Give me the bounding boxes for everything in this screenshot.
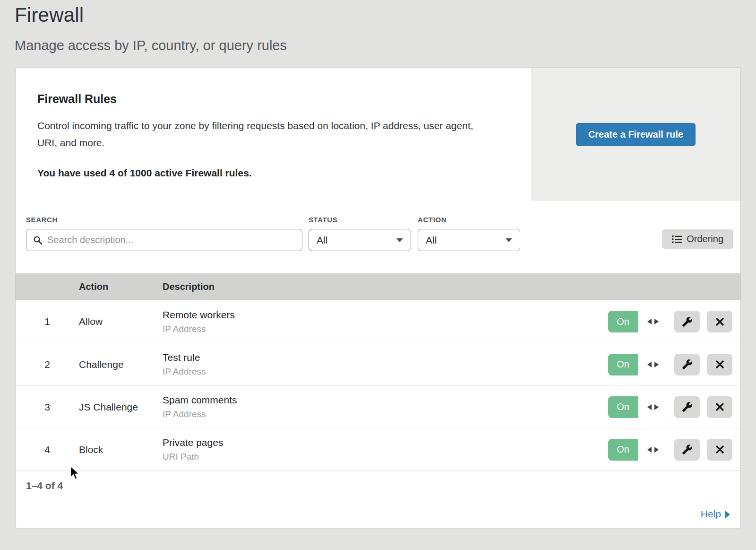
toggle-handle[interactable] (638, 396, 667, 418)
toggle-on-label: On (608, 396, 638, 418)
rule-priority: 2 (16, 359, 79, 370)
table-row: 3 JS Challenge Spam comments IP Address … (16, 385, 740, 428)
toggle-on-label: On (608, 311, 638, 332)
rule-enabled-toggle[interactable]: On (608, 396, 667, 418)
close-icon (715, 445, 725, 454)
status-filter-group: STATUS All (309, 216, 418, 251)
list-icon (672, 235, 682, 244)
delete-rule-button[interactable] (707, 439, 732, 461)
rule-description-cell: Spam comments IP Address (163, 394, 608, 419)
rule-field: IP Address (163, 324, 608, 334)
rule-action: Allow (79, 316, 163, 327)
toggle-handle[interactable] (638, 354, 667, 375)
search-icon (33, 236, 43, 245)
rule-enabled-toggle[interactable]: On (608, 354, 667, 375)
left-right-arrows-icon (647, 362, 659, 367)
table-row: 4 Block Private pages URI Path On (16, 428, 740, 471)
arrow-right-icon (725, 511, 730, 518)
table-header: Action Description (16, 273, 740, 300)
action-label: ACTION (418, 216, 527, 224)
status-select[interactable]: All (309, 229, 411, 251)
rule-description: Private pages (163, 437, 608, 448)
rule-description-cell: Private pages URI Path (163, 437, 608, 462)
edit-rule-button[interactable] (674, 354, 700, 375)
left-right-arrows-icon (647, 447, 659, 453)
card-hero: Firewall Rules Control incoming traffic … (16, 68, 740, 201)
wrench-icon (682, 359, 693, 370)
table-row: 2 Challenge Test rule IP Address On (16, 343, 740, 385)
rule-action: Challenge (79, 359, 163, 370)
rule-priority: 3 (16, 402, 79, 413)
rule-field: URI Path (163, 452, 608, 462)
search-label: SEARCH (26, 216, 309, 224)
close-icon (715, 402, 725, 412)
section-description: Control incoming traffic to your zone by… (37, 117, 491, 151)
usage-summary: You have used 4 of 1000 active Firewall … (37, 167, 503, 179)
close-icon (715, 359, 725, 369)
wrench-icon (682, 402, 693, 412)
edit-rule-button[interactable] (674, 396, 700, 418)
help-link[interactable]: Help (701, 508, 730, 520)
hero-action-panel: Create a Firewall rule (531, 68, 740, 201)
wrench-icon (682, 444, 693, 455)
rule-controls: On (608, 396, 732, 418)
toggle-handle[interactable] (638, 311, 667, 332)
create-firewall-rule-button[interactable]: Create a Firewall rule (576, 123, 696, 146)
ordering-button-label: Ordering (687, 234, 723, 244)
delete-rule-button[interactable] (707, 354, 732, 375)
help-link-label: Help (701, 508, 721, 520)
action-select[interactable]: All (418, 229, 520, 251)
page-subtitle: Manage access by IP, country, or query r… (15, 38, 756, 53)
action-select-value: All (426, 235, 437, 246)
rule-description-cell: Remote workers IP Address (163, 309, 608, 334)
toggle-on-label: On (608, 354, 638, 375)
filters-bar: SEARCH STATUS All ACTION All (16, 201, 740, 273)
search-filter-group: SEARCH (26, 216, 309, 251)
status-label: STATUS (309, 216, 418, 224)
delete-rule-button[interactable] (707, 311, 732, 332)
wrench-icon (682, 316, 693, 327)
rule-enabled-toggle[interactable]: On (608, 311, 667, 332)
toggle-handle[interactable] (638, 439, 667, 461)
edit-rule-button[interactable] (674, 439, 700, 461)
rule-field: IP Address (163, 409, 608, 419)
delete-rule-button[interactable] (707, 396, 732, 418)
search-input[interactable] (47, 235, 295, 245)
pagination-bar: 1–4 of 4 (16, 471, 740, 500)
action-column-header: Action (79, 281, 163, 292)
rule-priority: 1 (16, 316, 79, 327)
rule-priority: 4 (16, 444, 79, 455)
rule-action: Block (79, 444, 163, 455)
rule-controls: On (608, 354, 732, 375)
left-right-arrows-icon (647, 404, 659, 410)
section-heading: Firewall Rules (37, 92, 503, 106)
toggle-on-label: On (608, 439, 638, 461)
hero-text: Firewall Rules Control incoming traffic … (16, 68, 531, 201)
rule-description-cell: Test rule IP Address (163, 352, 608, 377)
card-footer: Help (16, 500, 740, 528)
edit-rule-button[interactable] (674, 311, 700, 332)
action-filter-group: ACTION All (418, 216, 527, 251)
close-icon (715, 317, 725, 327)
firewall-rules-card: Firewall Rules Control incoming traffic … (16, 68, 740, 528)
ordering-button[interactable]: Ordering (662, 229, 733, 249)
chevron-down-icon (506, 238, 512, 242)
search-box (26, 229, 302, 251)
status-select-value: All (317, 235, 327, 246)
rule-description: Remote workers (163, 309, 608, 321)
table-row: 1 Allow Remote workers IP Address On (16, 300, 740, 343)
chevron-down-icon (396, 238, 403, 242)
description-column-header: Description (163, 281, 740, 292)
pagination-range: 1–4 of 4 (26, 480, 63, 491)
page-title: Firewall (15, 4, 756, 26)
rule-description: Test rule (163, 352, 608, 363)
rule-controls: On (608, 439, 732, 461)
rule-action: JS Challenge (79, 402, 163, 413)
rule-field: IP Address (163, 367, 608, 377)
rule-description: Spam comments (163, 394, 608, 406)
rule-controls: On (608, 311, 732, 332)
left-right-arrows-icon (647, 319, 659, 324)
rule-enabled-toggle[interactable]: On (608, 439, 667, 461)
